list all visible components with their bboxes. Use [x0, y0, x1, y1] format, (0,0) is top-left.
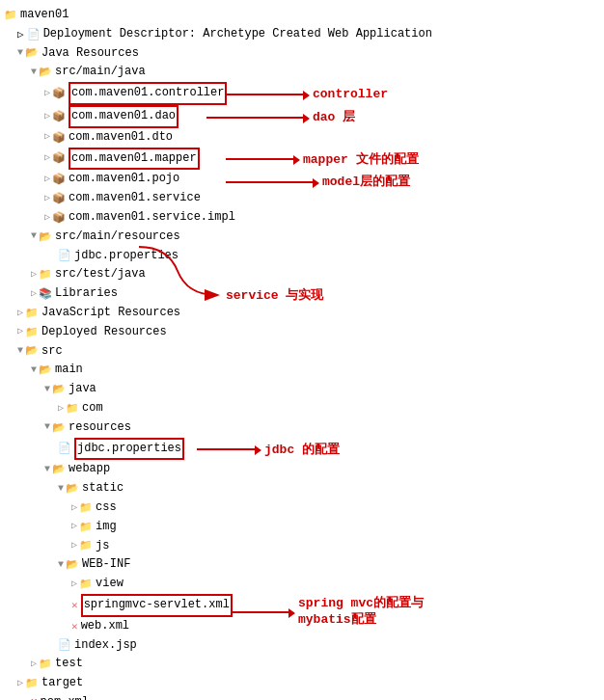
- tree-row[interactable]: ▷ 📁 test: [4, 655, 600, 674]
- file-icon: 📄: [58, 440, 71, 457]
- tree-row[interactable]: 📄 index.jsp: [4, 636, 600, 656]
- springmvc-label: springmvc-servlet.xml: [81, 594, 233, 617]
- tree-row[interactable]: ▼ 📂 src: [4, 342, 600, 362]
- annotation-jdbc: jdbc 的配置: [197, 440, 340, 460]
- tree-row[interactable]: ▷ 📁 css: [4, 498, 600, 518]
- xml-icon: M: [31, 694, 38, 700]
- folder-icon: 📂: [66, 556, 79, 574]
- tree-label: com: [82, 399, 103, 418]
- tree-row[interactable]: ▷ 📁 com: [4, 399, 600, 418]
- folder-icon: 📁: [39, 266, 52, 283]
- folder-icon: 📂: [25, 342, 39, 360]
- tree-row[interactable]: ▷ 📦 com.maven01.dto: [4, 128, 600, 148]
- expand-icon: ▷: [31, 657, 37, 673]
- main-layout: 📁 maven01 ▷ 📄 Deployment Descriptor: Arc…: [0, 0, 604, 700]
- tree-row[interactable]: ▷ 📁 src/test/java: [4, 265, 600, 284]
- tree-row[interactable]: ▷ 📦 com.maven01.pojo model层的配置: [4, 170, 600, 189]
- tree-row[interactable]: ▷ 📁 JavaScript Resources: [4, 304, 600, 323]
- tree-label: css: [96, 498, 117, 518]
- tree-row[interactable]: ▷ 📦 com.maven01.service.impl: [4, 208, 600, 228]
- dao-label: com.maven01.dao: [69, 105, 178, 128]
- xml-icon: ✕: [71, 597, 78, 614]
- tree-row[interactable]: ✕ springmvc-servlet.xml spring mvc的配置与my…: [4, 594, 600, 617]
- tree-label: resources: [69, 418, 131, 438]
- tree-label: index.jsp: [74, 636, 137, 656]
- expand-icon: ▷: [71, 538, 77, 554]
- tree-row[interactable]: 📄 jdbc.properties jdbc 的配置: [4, 438, 600, 461]
- xml-icon: ✕: [71, 618, 78, 635]
- expand-icon: ▷: [71, 519, 77, 535]
- tree-row[interactable]: ▷ 📦 com.maven01.controller controller: [4, 82, 600, 105]
- folder-icon: 📂: [39, 229, 52, 246]
- folder-icon: 📂: [52, 381, 66, 398]
- tree-row[interactable]: ▼ 📂 main: [4, 361, 600, 380]
- tree-label: webapp: [69, 460, 110, 479]
- tree-row[interactable]: ▷ 📦 com.maven01.service: [4, 189, 600, 208]
- folder-icon: 📂: [52, 419, 66, 437]
- tree-row[interactable]: ▷ 📁 js: [4, 537, 600, 556]
- folder-icon: 📂: [25, 44, 39, 62]
- tree-label: main: [55, 361, 83, 380]
- tree-label: Deployment Descriptor: Archetype Created…: [43, 25, 432, 44]
- file-icon: 📄: [58, 636, 71, 654]
- tree-row[interactable]: ▷ 📦 com.maven01.dao dao 层: [4, 105, 600, 128]
- tree-label: com.maven01.service.impl: [69, 208, 235, 228]
- folder-icon: 📂: [39, 64, 52, 81]
- tree-row[interactable]: ▼ 📂 src/main/java: [4, 63, 600, 82]
- tree-row[interactable]: ▷ 📦 com.maven01.mapper mapper 文件的配置: [4, 148, 600, 171]
- package-icon: 📦: [52, 209, 66, 227]
- expand-icon: ▷: [44, 210, 50, 227]
- tree-row[interactable]: ▷ 📁 target: [4, 674, 600, 693]
- tree-label: view: [96, 575, 124, 594]
- tree-label: web.xml: [81, 617, 129, 636]
- expand-icon: ▼: [44, 382, 50, 398]
- folder-icon: 📁: [79, 576, 93, 593]
- tree-label: JavaScript Resources: [41, 304, 180, 323]
- tree-row[interactable]: ▼ 📂 WEB-INF: [4, 555, 600, 575]
- folder-icon: 📁: [39, 656, 52, 673]
- jdbc-props-label: jdbc.properties: [74, 438, 184, 461]
- folder-icon: 📁: [79, 499, 93, 517]
- tree-row[interactable]: ▼ 📂 webapp: [4, 460, 600, 479]
- expand-icon: ▼: [17, 45, 23, 62]
- package-icon: 📦: [52, 85, 66, 102]
- tree-row[interactable]: ▼ 📂 java: [4, 380, 600, 399]
- tree-label: java: [69, 380, 96, 399]
- tree-label: maven01: [20, 6, 69, 25]
- tree-label: target: [41, 674, 83, 693]
- expand-icon: ▷: [31, 267, 37, 283]
- ann-text: mapper 文件的配置: [303, 149, 419, 170]
- expand-icon: ▼: [44, 462, 50, 478]
- project-icon: 📁: [4, 7, 17, 24]
- tree-container: 📁 maven01 ▷ 📄 Deployment Descriptor: Arc…: [0, 0, 604, 700]
- tree-row[interactable]: ▷ 📚 Libraries: [4, 284, 600, 304]
- tree-row[interactable]: ▷ 📁 view: [4, 575, 600, 594]
- tree-row[interactable]: ▷ 📁 Deployed Resources: [4, 323, 600, 342]
- package-icon: 📦: [52, 171, 66, 188]
- tree-row[interactable]: ▼ 📂 static: [4, 479, 600, 498]
- mapper-label: com.maven01.mapper: [69, 148, 200, 171]
- tree-row[interactable]: ▼ 📂 resources: [4, 418, 600, 438]
- tree-label: static: [82, 479, 124, 498]
- tree-label: js: [96, 537, 109, 556]
- file-icon: 📄: [58, 247, 71, 264]
- expand-icon: ▷: [58, 401, 64, 417]
- folder-icon: 📁: [79, 519, 93, 536]
- ann-text: jdbc 的配置: [264, 440, 340, 460]
- tree-label: Libraries: [55, 284, 118, 304]
- tree-row[interactable]: ✕ web.xml: [4, 617, 600, 636]
- expand-icon: ▼: [58, 557, 64, 574]
- tree-row[interactable]: 📄 jdbc.properties service 与实现: [4, 247, 600, 266]
- tree-label: src/test/java: [55, 265, 146, 284]
- tree-row[interactable]: M pom.xml: [4, 693, 600, 700]
- tree-label: WEB-INF: [82, 555, 130, 575]
- expand-icon: ▷: [44, 191, 50, 207]
- tree-row[interactable]: 📁 maven01: [4, 6, 600, 25]
- expand-icon: ▷: [44, 172, 50, 188]
- expand-icon: ▷: [71, 577, 77, 593]
- folder-icon: 📁: [25, 324, 39, 341]
- tree-row[interactable]: ▼ 📂 Java Resources: [4, 44, 600, 64]
- controller-label: com.maven01.controller: [69, 82, 227, 105]
- tree-row[interactable]: ▷ 📁 img: [4, 518, 600, 537]
- tree-row[interactable]: ▷ 📄 Deployment Descriptor: Archetype Cre…: [4, 25, 600, 44]
